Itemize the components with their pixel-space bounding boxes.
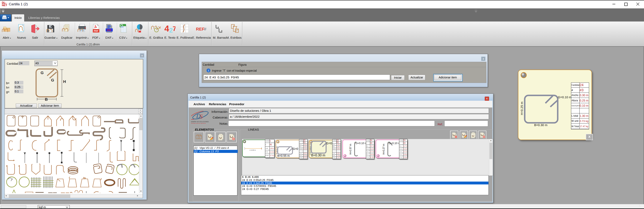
svg-text:PDF: PDF (94, 30, 98, 32)
svg-text:#: # (204, 27, 206, 31)
svg-text:2: 2 (169, 27, 173, 34)
svg-text:7: 7 (173, 25, 176, 32)
svg-text:4: 4 (164, 24, 169, 33)
svg-text:B: B (45, 97, 48, 102)
svg-text:H: H (63, 79, 66, 84)
svg-text:G: G (40, 71, 44, 75)
svg-text:DXF: DXF (107, 29, 112, 31)
svg-text:REF: REF (196, 27, 204, 31)
svg-text:L=6.499 m: L=6.499 m (250, 149, 256, 151)
svg-text:G: G (51, 78, 54, 82)
svg-text:i: i (208, 69, 209, 72)
svg-text:S: S (200, 113, 203, 120)
